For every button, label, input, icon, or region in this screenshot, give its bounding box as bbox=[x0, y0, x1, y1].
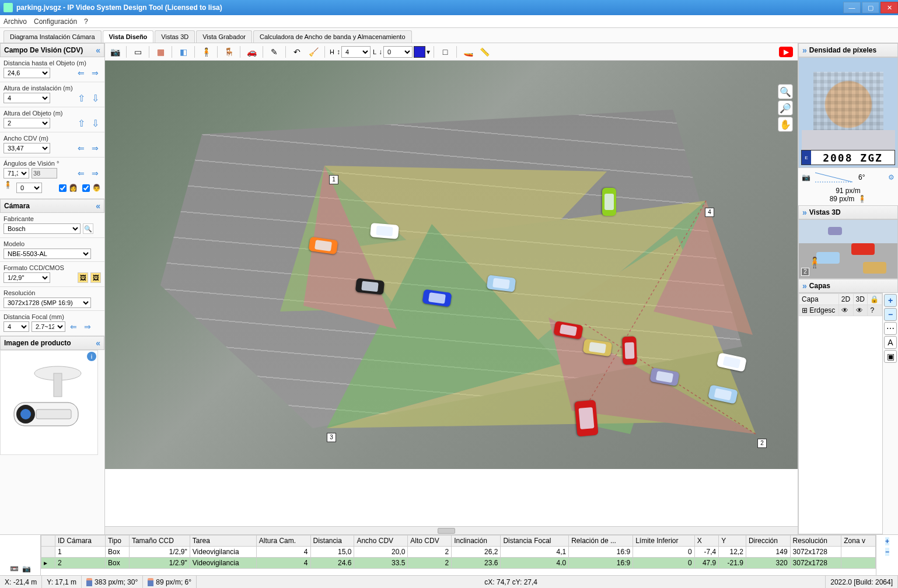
wall-tool-icon[interactable]: ▦ bbox=[153, 45, 168, 59]
l-select[interactable]: 0 bbox=[383, 46, 413, 58]
check-man[interactable] bbox=[82, 184, 90, 192]
layer-select-button[interactable]: ▣ bbox=[884, 350, 897, 363]
tab-grabador[interactable]: Vista Grabador bbox=[196, 30, 252, 43]
swatch-dropdown-icon[interactable]: ▾ bbox=[427, 48, 430, 56]
info-icon[interactable]: i bbox=[87, 352, 96, 361]
focal-select[interactable]: 4 bbox=[4, 321, 29, 332]
search-icon[interactable]: 🔍 bbox=[83, 223, 93, 234]
ancho-left-icon[interactable]: ⇐ bbox=[75, 143, 87, 153]
menu-archivo[interactable]: Archivo bbox=[4, 18, 27, 26]
pixdens-header[interactable]: » Densidad de píxeles bbox=[798, 43, 898, 57]
v3d-header[interactable]: » Vistas 3D bbox=[798, 205, 898, 219]
altobj-up-icon[interactable]: ⇧ bbox=[75, 118, 87, 128]
undo-icon[interactable]: ↶ bbox=[289, 45, 305, 59]
view3d-preview[interactable]: 🧍 2 bbox=[798, 219, 898, 279]
layer-text-button[interactable]: A bbox=[884, 336, 897, 349]
dist-left-icon[interactable]: ⇐ bbox=[75, 68, 87, 78]
th-tipo[interactable]: Tipo bbox=[105, 536, 129, 547]
layer-add-button[interactable]: + bbox=[884, 294, 897, 307]
th-ancho[interactable]: Ancho CDV bbox=[354, 536, 408, 547]
th-alt[interactable]: Altura Cam. bbox=[256, 536, 310, 547]
color-swatch[interactable] bbox=[414, 46, 425, 58]
cdv-header[interactable]: Campo De Visión (CDV) « bbox=[0, 43, 104, 57]
th-lim[interactable]: Límite Inferior bbox=[633, 536, 695, 547]
layer-more-button[interactable]: ⋯ bbox=[884, 322, 897, 335]
th-dist[interactable]: Distancia bbox=[310, 536, 354, 547]
table-add-button[interactable]: + bbox=[885, 537, 889, 545]
zoom-in-icon[interactable]: 🔍 bbox=[778, 84, 793, 99]
expand-icon[interactable]: ⊞ bbox=[802, 306, 808, 314]
th-res[interactable]: Resolución bbox=[790, 536, 841, 547]
th-incl[interactable]: Inclinación bbox=[452, 536, 501, 547]
layer-remove-button[interactable]: − bbox=[884, 308, 897, 321]
pencil-tool-icon[interactable]: ✎ bbox=[267, 45, 282, 59]
camera-marker-3[interactable]: 3 bbox=[327, 433, 336, 442]
dist-select[interactable]: 24,6 bbox=[4, 68, 50, 78]
ang-select[interactable]: 71,3 bbox=[4, 168, 29, 178]
res-select[interactable]: 3072x1728 (5MP 16:9) bbox=[4, 298, 91, 308]
layers-header[interactable]: » Capas bbox=[798, 279, 898, 293]
tab-vistas-3d[interactable]: Vistas 3D bbox=[155, 30, 195, 43]
layers-list[interactable]: Capa 2D 3D 🔒 ⊞ Erdgesc 👁 👁 ? bbox=[798, 293, 883, 534]
h-select[interactable]: 4 bbox=[341, 46, 371, 58]
cube-tool-icon[interactable]: ◧ bbox=[176, 45, 191, 59]
menu-configuracion[interactable]: Configuración bbox=[34, 18, 77, 26]
maximize-button[interactable]: ▢ bbox=[862, 2, 879, 13]
th-tarea[interactable]: Tarea bbox=[190, 536, 256, 547]
car-green[interactable] bbox=[602, 188, 616, 216]
person-tool-icon[interactable]: 🧍 bbox=[198, 45, 214, 59]
car-tool-icon[interactable]: 🚗 bbox=[244, 45, 259, 59]
car-white[interactable] bbox=[370, 223, 399, 239]
th-dir[interactable]: Dirección bbox=[746, 536, 790, 547]
table-row[interactable]: 1 Box 1/2,9" Videovigilancia 4 15,0 20,0… bbox=[41, 547, 876, 558]
ancho-right-icon[interactable]: ⇒ bbox=[89, 143, 101, 153]
tape-tool-icon[interactable]: 📏 bbox=[477, 45, 492, 59]
box-tool-icon[interactable]: ▭ bbox=[130, 45, 145, 59]
canvas-scrollbar[interactable] bbox=[105, 526, 798, 534]
altinst-up-icon[interactable]: ⇧ bbox=[75, 93, 87, 103]
tab-vista-diseno[interactable]: Vista Diseño bbox=[103, 30, 154, 43]
focal-range-select[interactable]: 2.7~12 bbox=[32, 321, 65, 332]
th-y[interactable]: Y bbox=[719, 536, 746, 547]
altobj-select[interactable]: 2 bbox=[4, 118, 50, 128]
focal-left-icon[interactable]: ⇐ bbox=[68, 321, 79, 332]
eye-3d-icon[interactable]: 👁 bbox=[853, 305, 868, 316]
layer-row[interactable]: ⊞ Erdgesc 👁 👁 ? bbox=[799, 305, 882, 316]
table-row[interactable]: ▸ 2 Box 1/2.9" Videovigilancia 4 24.6 33… bbox=[41, 558, 876, 569]
table-remove-button[interactable]: − bbox=[885, 548, 889, 556]
th-focal[interactable]: Distancia Focal bbox=[501, 536, 569, 547]
check-woman[interactable] bbox=[59, 184, 67, 192]
tab-diagrama[interactable]: Diagrama Instalación Cámara bbox=[4, 30, 102, 43]
altinst-select[interactable]: 4 bbox=[4, 93, 50, 103]
th-rel[interactable]: Relación de ... bbox=[569, 536, 633, 547]
close-button[interactable]: ✕ bbox=[880, 2, 898, 13]
youtube-icon[interactable]: ▶ bbox=[779, 47, 793, 57]
ccd-select[interactable]: 1/2,9" bbox=[4, 272, 50, 283]
white-tool-icon[interactable]: □ bbox=[438, 45, 453, 59]
car-black[interactable] bbox=[355, 278, 385, 295]
modelo-select[interactable]: NBE-5503-AL bbox=[4, 249, 91, 259]
ang-left-icon[interactable]: ⇐ bbox=[75, 168, 87, 178]
camera-table[interactable]: ID Cámara Tipo Tamaño CCD Tarea Altura C… bbox=[41, 535, 876, 575]
zoom-out-icon[interactable]: 🔎 bbox=[778, 100, 793, 116]
dist-right-icon[interactable]: ⇒ bbox=[89, 68, 101, 78]
ang-right-icon[interactable]: ⇒ bbox=[89, 168, 101, 178]
minimize-button[interactable]: — bbox=[843, 2, 861, 13]
car-red2[interactable] bbox=[622, 337, 637, 365]
th-zona[interactable]: Zona v bbox=[841, 536, 876, 547]
altobj-down-icon[interactable]: ⇩ bbox=[89, 118, 101, 128]
th-id[interactable]: ID Cámara bbox=[55, 536, 106, 547]
truck-red[interactable] bbox=[574, 400, 598, 437]
gear-icon[interactable]: ⚙ bbox=[888, 173, 894, 181]
menu-help[interactable]: ? bbox=[84, 18, 88, 26]
clear-tool-icon[interactable]: 🧹 bbox=[306, 45, 321, 59]
camera-marker-1[interactable]: 1 bbox=[329, 175, 338, 184]
landscape-icon[interactable]: 🖼 bbox=[78, 272, 88, 283]
layer-help-icon[interactable]: ? bbox=[868, 305, 882, 316]
camera-marker-2[interactable]: 2 bbox=[757, 439, 767, 448]
th-x[interactable]: X bbox=[694, 536, 719, 547]
design-canvas[interactable]: 1 2 3 4 🔍 🔎 ✋ bbox=[105, 61, 798, 534]
boat-tool-icon[interactable]: 🚤 bbox=[460, 45, 476, 59]
camera-marker-4[interactable]: 4 bbox=[705, 208, 714, 217]
camera-type1-icon[interactable]: 📼 bbox=[10, 565, 19, 573]
